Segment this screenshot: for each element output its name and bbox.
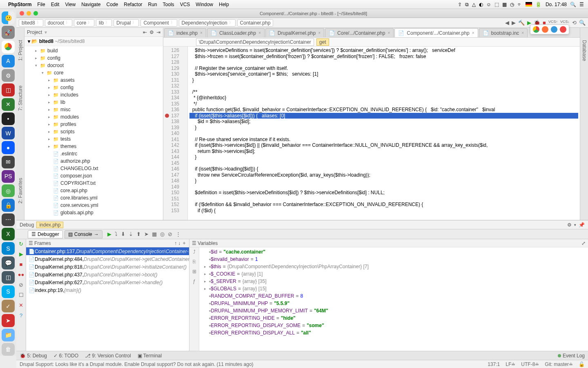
project-root[interactable]: ▾ 📂 blted8 ~/Sites/blted8 — [24, 37, 163, 46]
close-icon[interactable]: × — [388, 31, 390, 35]
app-name[interactable]: PhpStorm — [8, 2, 31, 7]
tool-database[interactable]: Database — [581, 40, 587, 61]
tree-folder[interactable]: ▸modules — [24, 113, 163, 121]
clock-icon[interactable]: ◷ — [510, 2, 514, 7]
wifi-icon[interactable]: ᯤ — [517, 2, 522, 7]
code-area[interactable]: 1261271281291301311321331341351361371381… — [163, 47, 580, 220]
project-label[interactable]: Project — [27, 29, 42, 35]
settings-icon[interactable]: ⋮ — [176, 231, 181, 237]
tab-vcs[interactable]: ⎇ 9: Version Control — [85, 353, 131, 359]
battery-icon[interactable]: 🔋 — [535, 2, 541, 7]
dock-folder[interactable]: 📁 — [2, 329, 15, 341]
status-icon[interactable]: ⇪ — [458, 2, 462, 7]
expand-icon[interactable]: ⤢ — [581, 240, 586, 246]
force-step-into-icon[interactable]: ⇣ — [129, 231, 133, 237]
editor-tab[interactable]: 📄ClassLoader.php× — [207, 28, 265, 37]
stop2-icon[interactable]: ■ — [20, 261, 23, 267]
layout-icon[interactable]: ☐ — [19, 292, 24, 298]
dock-dots[interactable]: ⋯ — [2, 213, 15, 226]
tree-folder[interactable]: ▾core — [24, 69, 163, 76]
step-out-icon[interactable]: ⬆ — [136, 231, 141, 237]
breadcrumb[interactable]: Drupal〉 — [114, 19, 139, 27]
tool-structure[interactable]: 7: Structure — [18, 85, 23, 111]
tool-project[interactable]: 1: Project — [18, 40, 23, 61]
pin-icon[interactable]: 📌 — [579, 222, 585, 228]
menu-edit[interactable]: Edit — [51, 2, 60, 7]
debug-session[interactable]: index.php — [36, 222, 63, 228]
frames-list[interactable]: 📄 Container.php:137, Drupal\Component\De… — [26, 247, 189, 351]
breadcrumb[interactable]: core〉 — [74, 19, 94, 27]
gdrive-icon[interactable]: △ — [472, 2, 476, 7]
breadcrumb[interactable]: lib〉 — [96, 19, 112, 27]
var-row[interactable]: ▫ DRUPAL_MINIMUM_PHP_MEMORY_LIMIT = "64M… — [199, 307, 588, 314]
dock-wunderlist[interactable]: ✓ — [2, 300, 15, 312]
close-icon[interactable]: × — [318, 31, 321, 35]
frame-row[interactable]: 📄 DrupalKernel.php:484, Drupal\Core\Drup… — [26, 255, 189, 263]
lock-icon[interactable]: 🔓 — [579, 361, 585, 367]
tab-terminal[interactable]: ▣ Terminal — [138, 353, 162, 359]
notes-icon[interactable]: ▦ — [502, 2, 507, 7]
dock-green[interactable]: ◎ — [2, 184, 15, 197]
resume-icon[interactable]: ▶ — [107, 231, 111, 237]
var-row[interactable]: ▫ ERROR_REPORTING_DISPLAY_ALL = "all" — [199, 329, 588, 337]
project-tree[interactable]: ▸build▸config▾docroot▾core▸assets▸config… — [24, 46, 163, 220]
watch-icon[interactable]: ◎ — [160, 231, 165, 237]
frame-row[interactable]: 📄 Container.php:137, Drupal\Component\De… — [26, 247, 189, 255]
dock-settings[interactable]: ⚙ — [2, 69, 15, 82]
tab-console[interactable]: ▤Console→ — [65, 230, 102, 238]
dock-vbox[interactable]: ◫ — [2, 271, 15, 284]
tool-favorites[interactable]: 2: Favorites — [18, 178, 23, 204]
var-row[interactable]: ▫ DRUPAL_MINIMUM_PHP = "5.5.9" — [199, 300, 588, 307]
vars-list[interactable]: ▫ $id = "cache.container"▫ $invalid_beha… — [199, 247, 588, 351]
help-icon[interactable]: ? — [20, 312, 22, 319]
tree-folder[interactable]: ▸themes — [24, 143, 163, 150]
resume2-icon[interactable]: ▶ — [19, 251, 23, 257]
menu-run[interactable]: Run — [148, 2, 157, 7]
dock-redapp[interactable]: ◫ — [2, 83, 15, 96]
git-branch[interactable]: Git: master≐ — [545, 361, 573, 367]
menu-vcs[interactable]: VCS — [180, 2, 190, 7]
crumb-method[interactable]: get — [316, 38, 329, 46]
safari-icon[interactable] — [551, 26, 557, 33]
tree-folder[interactable]: ▸assets — [24, 76, 163, 84]
editor-tab[interactable]: 📄index.php× — [164, 28, 206, 37]
editor-tab[interactable]: 📄Core/.../Container.php× — [325, 28, 394, 37]
tree-file[interactable]: .eslintrc — [24, 150, 163, 157]
step-into-icon[interactable]: ⬇ — [121, 231, 125, 237]
hide-icon[interactable]: ⇥ — [156, 29, 160, 35]
prev-frame-icon[interactable]: ↑ — [174, 240, 177, 246]
fwd-icon[interactable]: ▶ — [512, 20, 516, 26]
var-row[interactable]: ▸▫ $_COOKIE = {array} [1] — [199, 270, 588, 278]
menu-view[interactable]: View — [65, 2, 76, 7]
tab-todo[interactable]: ✓ 6: TODO — [53, 353, 78, 359]
frame-row[interactable]: 📄 DrupalKernel.php:627, Drupal\Core\Drup… — [26, 278, 189, 286]
collapse-icon[interactable]: ⇤ — [143, 29, 147, 35]
dock-lock[interactable]: 🔒 — [2, 199, 15, 211]
tree-folder[interactable]: ▸config — [24, 54, 163, 62]
tree-folder[interactable]: ▸scripts — [24, 128, 163, 135]
tree-folder[interactable]: ▸build — [24, 47, 163, 54]
code[interactable]: $this->serviceDefinitions = isset($conta… — [188, 47, 580, 220]
close-icon[interactable]: ✕ — [19, 302, 23, 308]
flag-icon[interactable] — [526, 2, 532, 7]
status-msg[interactable]: Drupal Support: Looks like it's a Drupal… — [20, 361, 254, 367]
tree-folder[interactable]: ▸includes — [24, 91, 163, 99]
dropbox-icon[interactable]: ⧉ — [465, 2, 469, 7]
gear-icon[interactable]: ⚙ — [567, 222, 572, 228]
tree-icon[interactable]: ⊞ — [192, 269, 196, 274]
dock-mail[interactable]: ✉ — [2, 156, 15, 168]
menu-navigate[interactable]: Navigate — [81, 2, 100, 7]
eval-icon[interactable]: ƒ — [193, 278, 196, 284]
gear-icon[interactable]: ⚙ — [149, 29, 154, 35]
search-icon[interactable]: 🔍 — [570, 2, 576, 7]
tree-folder[interactable]: ▾docroot — [24, 62, 163, 69]
menu-icon[interactable]: ☰ — [579, 2, 584, 7]
menu-window[interactable]: Window — [196, 2, 213, 7]
menu-code[interactable]: Code — [107, 2, 118, 7]
tree-file[interactable]: authorize.php — [24, 157, 163, 165]
back-icon[interactable]: ◀ — [505, 20, 509, 26]
dock-red2[interactable]: ➤ — [2, 314, 15, 327]
editor-tab[interactable]: 📄DrupalKernel.php× — [265, 28, 324, 37]
var-row[interactable]: ▫ RANDOM_COMPAT_READ_BUFFER = 8 — [199, 292, 588, 300]
tree-folder[interactable]: ▸config — [24, 84, 163, 91]
